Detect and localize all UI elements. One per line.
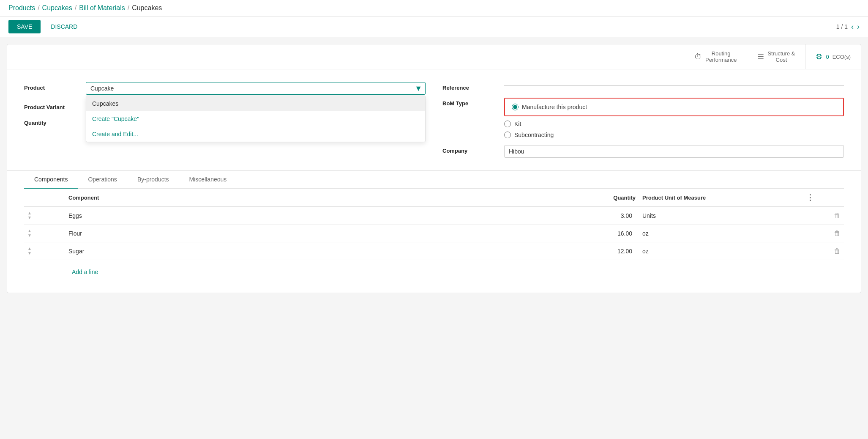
structure-cost-button[interactable]: ☰ Structure &Cost: [747, 44, 805, 69]
ecos-button[interactable]: ⚙ 0 ECO(s): [805, 44, 861, 69]
breadcrumb: Products / Cupcakes / Bill of Materials …: [8, 4, 162, 12]
gear-icon: ⚙: [816, 52, 822, 61]
bom-option-manufacture-label: Manufacture this product: [522, 104, 587, 110]
breadcrumb-cupcakes[interactable]: Cupcakes: [42, 4, 72, 12]
ecos-label: ECO(s): [833, 54, 851, 60]
structure-icon: ☰: [757, 52, 764, 61]
product-label: Product: [24, 82, 79, 91]
product-dropdown-menu: Cupcakes Create "Cupcake" Create and Edi…: [86, 96, 426, 142]
row-delete-eggs: 🗑: [803, 207, 844, 225]
reference-field-row: Reference: [442, 82, 844, 91]
components-table: Component Quantity Product Unit of Measu…: [24, 189, 844, 284]
routing-label: RoutingPerformance: [705, 50, 737, 63]
form-left: Product ▼ Cupcakes Create "Cupcake" Crea…: [24, 82, 426, 158]
row-uom-sugar[interactable]: oz: [639, 242, 803, 260]
save-button[interactable]: SAVE: [8, 20, 41, 33]
row-delete-sugar: 🗑: [803, 242, 844, 260]
th-quantity: Quantity: [516, 189, 639, 207]
th-handle: [24, 189, 65, 207]
th-actions: ⋮: [803, 189, 844, 207]
tab-miscellaneous[interactable]: Miscellaneous: [179, 171, 237, 189]
reference-input[interactable]: [504, 82, 844, 86]
dropdown-item-create-edit[interactable]: Create and Edit...: [86, 126, 425, 142]
row-handle[interactable]: ▲ ▼: [24, 207, 65, 225]
row-uom-eggs[interactable]: Units: [639, 207, 803, 225]
breadcrumb-products[interactable]: Products: [8, 4, 35, 12]
card-header: ⏱ RoutingPerformance ☰ Structure &Cost ⚙…: [7, 44, 861, 69]
clock-icon: ⏱: [694, 52, 702, 61]
main-card: ⏱ RoutingPerformance ☰ Structure &Cost ⚙…: [7, 44, 861, 293]
delete-eggs-button[interactable]: 🗑: [834, 212, 841, 220]
product-input-wrapper: ▼ Cupcakes Create "Cupcake" Create and E…: [86, 82, 426, 95]
pagination-info: 1 / 1: [836, 23, 848, 30]
dropdown-item-create-cupcake[interactable]: Create "Cupcake": [86, 111, 425, 126]
breadcrumb-bar: Products / Cupcakes / Bill of Materials …: [0, 0, 868, 16]
add-line-button[interactable]: Add a line: [68, 264, 800, 280]
table-row: ▲ ▼ Flour 16.00 oz 🗑: [24, 225, 844, 242]
quantity-label: Quantity: [24, 117, 79, 126]
tabs-row: Components Operations By-products Miscel…: [24, 171, 844, 189]
reference-value: [504, 82, 844, 86]
row-handle[interactable]: ▲ ▼: [24, 225, 65, 242]
row-component-sugar[interactable]: Sugar: [65, 242, 516, 260]
product-field-row: Product ▼ Cupcakes Create "Cupcake" Crea…: [24, 82, 426, 95]
reference-label: Reference: [442, 82, 497, 91]
row-component-eggs[interactable]: Eggs: [65, 207, 516, 225]
add-line-row: Add a line: [24, 260, 844, 284]
bom-type-label: BoM Type: [442, 98, 497, 107]
tab-components[interactable]: Components: [24, 171, 78, 189]
row-component-flour[interactable]: Flour: [65, 225, 516, 242]
company-field-row: Company Hibou: [442, 145, 844, 158]
sort-arrows[interactable]: ▲ ▼: [27, 247, 62, 255]
column-options-icon[interactable]: ⋮: [806, 193, 814, 202]
bom-option-kit-label: Kit: [514, 121, 521, 127]
discard-button[interactable]: DISCARD: [44, 20, 84, 33]
company-value-wrapper: Hibou: [504, 145, 844, 158]
table-header-row: Component Quantity Product Unit of Measu…: [24, 189, 844, 207]
structure-label: Structure &Cost: [767, 50, 795, 63]
action-bar: SAVE DISCARD 1 / 1 ‹ ›: [0, 16, 868, 37]
bom-type-field-row: BoM Type Manufacture this product Kit: [442, 98, 844, 138]
product-input[interactable]: [86, 82, 426, 95]
delete-sugar-button[interactable]: 🗑: [834, 247, 841, 255]
company-select[interactable]: Hibou: [504, 145, 844, 158]
tabs-section: Components Operations By-products Miscel…: [7, 170, 861, 189]
bom-option-subcontracting-label: Subcontracting: [514, 132, 554, 138]
ecos-count: 0: [826, 54, 829, 60]
table-row: ▲ ▼ Eggs 3.00 Units 🗑: [24, 207, 844, 225]
row-handle[interactable]: ▲ ▼: [24, 242, 65, 260]
delete-flour-button[interactable]: 🗑: [834, 230, 841, 237]
dropdown-item-cupcakes[interactable]: Cupcakes: [86, 96, 425, 111]
routing-performance-button[interactable]: ⏱ RoutingPerformance: [684, 44, 747, 69]
bom-option-kit[interactable]: Kit: [504, 121, 844, 127]
row-quantity-flour[interactable]: 16.00: [516, 225, 639, 242]
breadcrumb-current: Cupcakes: [132, 4, 162, 12]
row-delete-flour: 🗑: [803, 225, 844, 242]
sort-arrows[interactable]: ▲ ▼: [27, 211, 62, 220]
next-arrow[interactable]: ›: [857, 22, 860, 31]
bom-type-options: Manufacture this product Kit Subcontract…: [504, 98, 844, 138]
th-uom: Product Unit of Measure: [639, 189, 803, 207]
tab-operations[interactable]: Operations: [78, 171, 127, 189]
bom-option-subcontracting[interactable]: Subcontracting: [504, 132, 844, 138]
bom-type-box: Manufacture this product: [504, 98, 844, 116]
row-uom-flour[interactable]: oz: [639, 225, 803, 242]
sort-arrows[interactable]: ▲ ▼: [27, 229, 62, 238]
form-right: Reference BoM Type Manufacture this prod…: [442, 82, 844, 158]
row-quantity-sugar[interactable]: 12.00: [516, 242, 639, 260]
form-section: Product ▼ Cupcakes Create "Cupcake" Crea…: [7, 69, 861, 170]
row-quantity-eggs[interactable]: 3.00: [516, 207, 639, 225]
company-label: Company: [442, 145, 497, 154]
breadcrumb-bom[interactable]: Bill of Materials: [79, 4, 125, 12]
tab-by-products[interactable]: By-products: [127, 171, 179, 189]
table-section: Component Quantity Product Unit of Measu…: [7, 189, 861, 293]
table-row: ▲ ▼ Sugar 12.00 oz 🗑: [24, 242, 844, 260]
prev-arrow[interactable]: ‹: [851, 22, 854, 31]
bom-option-manufacture[interactable]: Manufacture this product: [512, 104, 836, 110]
pagination: 1 / 1 ‹ ›: [836, 22, 860, 31]
product-variant-label: Product Variant: [24, 102, 79, 110]
th-component: Component: [65, 189, 516, 207]
